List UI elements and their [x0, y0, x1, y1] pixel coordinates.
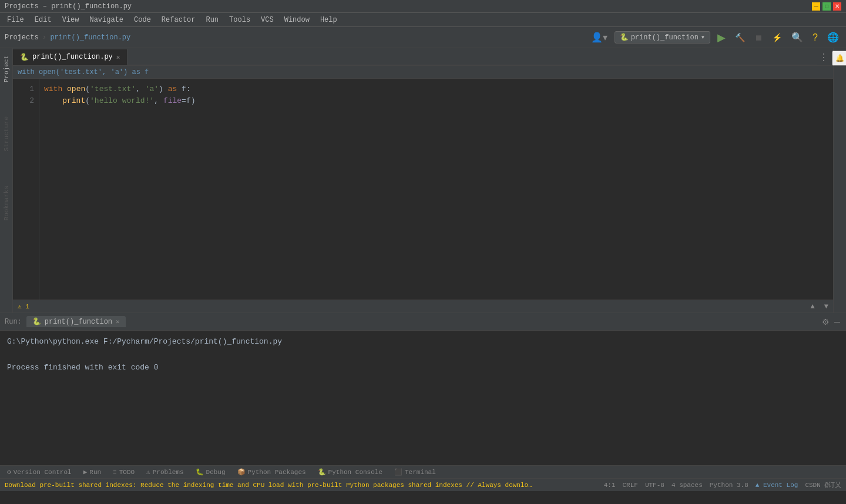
- code-editor[interactable]: with open('test.txt', 'a') as f: print('…: [39, 79, 833, 300]
- bottom-tab-problems[interactable]: ⚠ Problems: [142, 467, 188, 477]
- menu-help[interactable]: Help: [315, 15, 342, 25]
- more-tabs-button[interactable]: ⋮: [817, 51, 831, 64]
- notifications-button[interactable]: 🔔: [832, 51, 846, 66]
- python-console-icon: 🐍: [318, 468, 326, 476]
- right-sidebar: 🔔: [833, 48, 846, 313]
- stop-button[interactable]: ⏹: [752, 32, 765, 43]
- output-line-1: G:\Python\python.exe F:/Pycharm/Projects…: [7, 335, 839, 348]
- terminal-label: Terminal: [405, 469, 436, 476]
- bottom-tabs: ⚙ Version Control ▶ Run ≡ TODO ⚠ Problem…: [0, 465, 846, 478]
- main-layout: Project Structure Bookmarks 🐍 print()_fu…: [0, 48, 846, 313]
- run-tab-label: print()_function: [45, 318, 112, 326]
- debug-label: Debug: [206, 469, 226, 476]
- output-line-2: [7, 348, 839, 361]
- breadcrumb-bar: with open('test.txt', 'a') as f: [13, 66, 833, 79]
- window-title: Projects – print()_function.py: [5, 2, 132, 11]
- minimize-button[interactable]: ─: [812, 2, 820, 11]
- tab-label: print()_function.py: [32, 53, 113, 61]
- editor-area: 🐍 print()_function.py ✕ ⋮ with open('tes…: [13, 48, 833, 313]
- toolbar-project-section: Projects › print()_function.py: [5, 33, 130, 42]
- scroll-up-icon[interactable]: ▲: [811, 303, 815, 311]
- settings-button[interactable]: 🌐: [825, 31, 841, 44]
- tab-bar-empty: [127, 49, 817, 65]
- version-control-icon: ⚙: [7, 468, 11, 476]
- search-everywhere-button[interactable]: 🔍: [789, 31, 805, 44]
- close-button[interactable]: ✕: [833, 2, 841, 11]
- problems-icon: ⚠: [146, 468, 150, 476]
- menu-file[interactable]: File: [2, 15, 29, 25]
- run-panel-controls: ⚙ ─: [821, 316, 841, 328]
- debug-icon: 🐛: [196, 468, 204, 476]
- line-separator: CRLF: [623, 482, 638, 489]
- run-tab-close[interactable]: ✕: [116, 318, 120, 325]
- bottom-tab-version-control[interactable]: ⚙ Version Control: [2, 467, 76, 477]
- build-button[interactable]: 🔨: [733, 32, 747, 43]
- tab-bar: 🐍 print()_function.py ✕ ⋮: [13, 48, 833, 66]
- python-console-label: Python Console: [328, 469, 382, 476]
- run-panel-minimize[interactable]: ─: [833, 316, 841, 328]
- menu-run[interactable]: Run: [201, 15, 223, 25]
- status-bar: Download pre-built shared indexes: Reduc…: [0, 478, 846, 491]
- run-panel-settings[interactable]: ⚙: [821, 316, 831, 328]
- bottom-tab-debug[interactable]: 🐛 Debug: [191, 467, 230, 477]
- bottom-tab-python-packages[interactable]: 📦 Python Packages: [233, 467, 311, 477]
- bottom-tab-terminal[interactable]: ⬛ Terminal: [390, 467, 441, 477]
- run-output: G:\Python\python.exe F:/Pycharm/Projects…: [0, 331, 846, 465]
- terminal-icon: ⬛: [394, 468, 402, 476]
- sidebar-tab-bookmarks[interactable]: Bookmarks: [2, 181, 11, 225]
- status-right: 4:1 CRLF UTF-8 4 spaces Python 3.8 ▲ Eve…: [604, 481, 841, 489]
- event-log-button[interactable]: ▲ Event Log: [756, 482, 798, 489]
- menu-tools[interactable]: Tools: [224, 15, 255, 25]
- bottom-tab-run[interactable]: ▶ Run: [79, 467, 106, 477]
- bottom-tab-todo[interactable]: ≡ TODO: [108, 468, 139, 477]
- menu-window[interactable]: Window: [280, 15, 314, 25]
- line-numbers: 1 2: [13, 79, 39, 300]
- editor-status-bar: ⚠ 1 ▲ ▼: [13, 300, 833, 313]
- menu-refactor[interactable]: Refactor: [157, 15, 200, 25]
- editor-status-right: ▲ ▼: [811, 303, 828, 311]
- tab-close-button[interactable]: ✕: [116, 53, 120, 61]
- file-tab-icon: 🐍: [20, 53, 29, 62]
- run-tab-icon: 🐍: [32, 317, 41, 326]
- menu-code[interactable]: Code: [129, 15, 156, 25]
- run-label: Run:: [5, 318, 22, 326]
- run-icon: ▶: [83, 468, 88, 476]
- coverage-button[interactable]: ⚡: [770, 32, 784, 43]
- bottom-tab-python-console[interactable]: 🐍 Python Console: [313, 467, 387, 477]
- left-sidebar: Project Structure Bookmarks: [0, 48, 13, 313]
- help-button[interactable]: ?: [810, 31, 820, 44]
- maximize-button[interactable]: □: [822, 2, 831, 11]
- run-tab[interactable]: 🐍 print()_function ✕: [26, 316, 126, 327]
- file-encoding: UTF-8: [645, 482, 664, 489]
- toolbar-file-breadcrumb: print()_function.py: [50, 33, 130, 42]
- editor-content[interactable]: 1 2 with open('test.txt', 'a') as f: pri…: [13, 79, 833, 300]
- status-warning-message: Download pre-built shared indexes: Reduc…: [5, 482, 533, 489]
- user-icon-button[interactable]: 👤▾: [589, 31, 610, 44]
- editor-tab-file[interactable]: 🐍 print()_function.py ✕: [13, 49, 127, 65]
- run-config-dropdown[interactable]: 🐍 print()_function ▾: [615, 31, 710, 43]
- run-tab-bottom-label: Run: [89, 469, 101, 476]
- scroll-down-icon[interactable]: ▼: [824, 303, 828, 311]
- python-packages-label: Python Packages: [248, 469, 306, 476]
- menu-bar: File Edit View Navigate Code Refactor Ru…: [0, 13, 846, 27]
- output-line-3: Process finished with exit code 0: [7, 361, 839, 374]
- title-bar: Projects – print()_function.py ─ □ ✕: [0, 0, 846, 13]
- line-number-2: 2: [15, 95, 34, 107]
- sidebar-tab-project[interactable]: Project: [2, 51, 11, 87]
- window-controls: ─ □ ✕: [812, 2, 841, 11]
- run-panel: Run: 🐍 print()_function ✕ ⚙ ─ G:\Python\…: [0, 313, 846, 465]
- projects-label: Projects: [5, 33, 39, 42]
- menu-edit[interactable]: Edit: [30, 15, 56, 25]
- run-config-arrow: ▾: [701, 33, 705, 42]
- menu-vcs[interactable]: VCS: [256, 15, 278, 25]
- breadcrumb-text: with open('test.txt', 'a') as f: [18, 68, 149, 76]
- menu-view[interactable]: View: [58, 15, 84, 25]
- toolbar: Projects › print()_function.py 👤▾ 🐍 prin…: [0, 27, 846, 48]
- todo-label: TODO: [119, 469, 135, 476]
- menu-navigate[interactable]: Navigate: [85, 15, 128, 25]
- python-packages-icon: 📦: [237, 468, 246, 476]
- sidebar-tab-structure[interactable]: Structure: [2, 112, 11, 156]
- breadcrumb-sep-icon: ›: [42, 33, 47, 42]
- indent-info: 4 spaces: [672, 482, 703, 489]
- run-button[interactable]: ▶: [715, 30, 728, 45]
